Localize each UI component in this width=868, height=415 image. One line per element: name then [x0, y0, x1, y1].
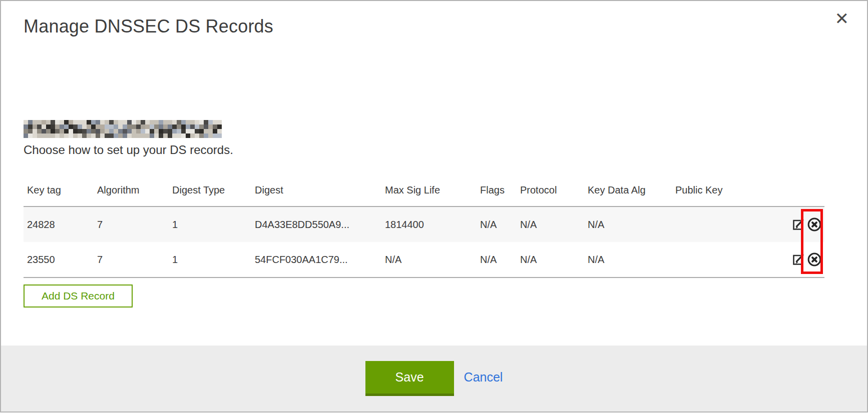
- cell: 7: [94, 219, 169, 230]
- cell: 1: [169, 219, 251, 230]
- cell: N/A: [517, 219, 584, 230]
- table-row: 2482871D4A33E8DD550A9...1814400N/AN/AN/A: [24, 207, 824, 242]
- column-header-key-tag: Key tag: [24, 184, 94, 196]
- cell: 24828: [24, 219, 94, 230]
- column-header-key-data-alg: Key Data Alg: [584, 184, 672, 196]
- manage-dnssec-dialog: ✕ Manage DNSSEC DS Records Choose how to…: [0, 0, 868, 412]
- column-header-max-sig-life: Max Sig Life: [381, 184, 477, 196]
- add-ds-record-button[interactable]: Add DS Record: [24, 284, 133, 308]
- cell: N/A: [477, 254, 517, 266]
- cell: N/A: [381, 254, 477, 266]
- column-header-public-key: Public Key: [672, 184, 784, 196]
- instruction-text: Choose how to set up your DS records.: [24, 143, 844, 157]
- row-actions: [784, 252, 824, 267]
- cell: 1814400: [381, 219, 477, 230]
- table-body: 2482871D4A33E8DD550A9...1814400N/AN/AN/A…: [24, 206, 824, 278]
- column-header-protocol: Protocol: [517, 184, 584, 196]
- remove-icon[interactable]: [807, 217, 822, 232]
- cell: 7: [94, 254, 169, 266]
- cell: 23550: [24, 254, 94, 266]
- save-button[interactable]: Save: [365, 361, 454, 396]
- remove-icon[interactable]: [807, 252, 822, 267]
- dialog-content: Manage DNSSEC DS Records Choose how to s…: [1, 16, 867, 308]
- cell: 54FCF030AA1C79...: [251, 254, 381, 266]
- cell: D4A33E8DD550A9...: [251, 219, 381, 230]
- dialog-footer: Save Cancel: [1, 346, 867, 412]
- column-header-algorithm: Algorithm: [94, 184, 169, 196]
- column-header-digest-type: Digest Type: [169, 184, 251, 196]
- edit-icon[interactable]: [790, 252, 805, 267]
- edit-icon[interactable]: [790, 217, 805, 232]
- column-header-digest: Digest: [251, 184, 381, 196]
- cell: 1: [169, 254, 251, 266]
- cell: N/A: [584, 254, 672, 266]
- row-actions: [784, 217, 824, 232]
- column-header-flags: Flags: [477, 184, 517, 196]
- cell: N/A: [517, 254, 584, 266]
- cell: N/A: [584, 219, 672, 230]
- redacted-domain-name: [24, 120, 222, 138]
- ds-records-table: Key tagAlgorithmDigest TypeDigestMax Sig…: [24, 183, 824, 278]
- table-row: 235507154FCF030AA1C79...N/AN/AN/AN/A: [24, 242, 824, 277]
- cell: N/A: [477, 219, 517, 230]
- page-title: Manage DNSSEC DS Records: [24, 16, 844, 37]
- table-header-row: Key tagAlgorithmDigest TypeDigestMax Sig…: [24, 183, 824, 197]
- cancel-link[interactable]: Cancel: [464, 370, 503, 384]
